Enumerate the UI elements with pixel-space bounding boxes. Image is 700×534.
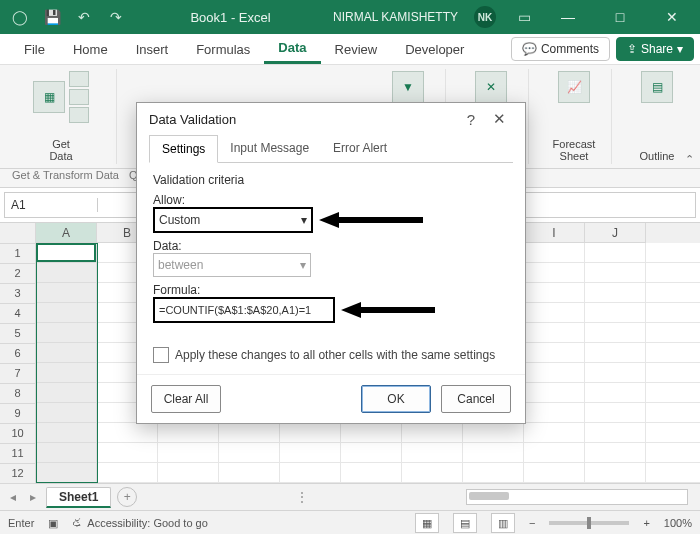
forecast-label: Forecast Sheet [553, 138, 596, 162]
new-sheet-button[interactable]: + [117, 487, 137, 507]
dialog-titlebar: Data Validation ? ✕ [137, 103, 525, 135]
dialog-close-button[interactable]: ✕ [485, 107, 513, 131]
svg-marker-1 [341, 302, 435, 318]
row-header[interactable]: 11 [0, 444, 36, 464]
annotation-arrow-icon [341, 300, 441, 320]
row-header[interactable]: 8 [0, 384, 36, 404]
formula-input[interactable]: =COUNTIF($A$1:$A$20,A1)=1 [153, 297, 335, 323]
redo-icon[interactable]: ↷ [104, 5, 128, 29]
outline-icon[interactable]: ▤ [641, 71, 673, 103]
row-header[interactable]: 5 [0, 324, 36, 344]
checkbox-icon [153, 347, 169, 363]
dialog-tab-input-message[interactable]: Input Message [218, 135, 321, 162]
cancel-button[interactable]: Cancel [441, 385, 511, 413]
formula-label: Formula: [153, 283, 509, 297]
share-button[interactable]: ⇪ Share ▾ [616, 37, 694, 61]
zoom-minus[interactable]: − [529, 517, 535, 529]
comment-icon: 💬 [522, 42, 537, 56]
maximize-button[interactable]: □ [600, 4, 640, 30]
chevron-down-icon: ▾ [300, 258, 306, 272]
minimize-button[interactable]: — [548, 4, 588, 30]
col-header[interactable]: I [524, 223, 585, 243]
row-header[interactable]: 2 [0, 264, 36, 284]
row-headers: 1 2 3 4 5 6 7 8 9 10 11 12 [0, 223, 36, 483]
forecast-icon[interactable]: 📈 [558, 71, 590, 103]
titlebar: ◯ 💾 ↶ ↷ Book1 - Excel NIRMAL KAMISHETTY … [0, 0, 700, 34]
row-header[interactable]: 4 [0, 304, 36, 324]
dialog-help-button[interactable]: ? [457, 107, 485, 131]
macro-record-icon[interactable]: ▣ [48, 517, 58, 530]
collapse-ribbon-icon[interactable]: ⌃ [685, 153, 694, 166]
dialog-tab-settings[interactable]: Settings [149, 135, 218, 163]
tab-formulas[interactable]: Formulas [182, 36, 264, 63]
tab-home[interactable]: Home [59, 36, 122, 63]
save-icon[interactable]: 💾 [40, 5, 64, 29]
validation-criteria-label: Validation criteria [153, 173, 509, 187]
allow-label: Allow: [153, 193, 509, 207]
ribbon-tabs: File Home Insert Formulas Data Review De… [0, 34, 700, 65]
zoom-slider[interactable] [549, 521, 629, 525]
col-header[interactable]: J [585, 223, 646, 243]
active-cell[interactable] [36, 243, 96, 262]
from-table-icon[interactable] [69, 107, 89, 123]
view-normal-icon[interactable]: ▦ [415, 513, 439, 533]
row-header[interactable]: 9 [0, 404, 36, 424]
ok-button[interactable]: OK [361, 385, 431, 413]
row-header[interactable]: 10 [0, 424, 36, 444]
row-header[interactable]: 7 [0, 364, 36, 384]
selected-column-highlight [36, 243, 98, 483]
row-header[interactable]: 6 [0, 344, 36, 364]
clear-all-label: Clear All [164, 392, 209, 406]
row-header[interactable]: 1 [0, 244, 36, 264]
close-button[interactable]: ✕ [652, 4, 692, 30]
allow-combo[interactable]: Custom ▾ [153, 207, 313, 233]
view-pagebreak-icon[interactable]: ▥ [491, 513, 515, 533]
dialog-body: Validation criteria Allow: Custom ▾ Data… [137, 163, 525, 374]
view-pagelayout-icon[interactable]: ▤ [453, 513, 477, 533]
ok-label: OK [387, 392, 404, 406]
tab-developer[interactable]: Developer [391, 36, 478, 63]
row-header[interactable]: 3 [0, 284, 36, 304]
name-box[interactable]: A1 [5, 198, 98, 212]
autosave-toggle[interactable]: ◯ [8, 5, 32, 29]
apply-all-checkbox[interactable]: Apply these changes to all other cells w… [153, 347, 509, 363]
from-web-icon[interactable] [69, 89, 89, 105]
data-combo: between ▾ [153, 253, 311, 277]
tab-data[interactable]: Data [264, 34, 320, 64]
data-validation-icon[interactable]: ✕ [475, 71, 507, 103]
accessibility-label: Accessibility: Good to go [87, 517, 207, 529]
sheet-nav-next[interactable]: ▸ [26, 490, 40, 504]
tab-insert[interactable]: Insert [122, 36, 183, 63]
horizontal-scrollbar[interactable] [466, 489, 688, 505]
select-all-corner[interactable] [0, 223, 36, 244]
cancel-label: Cancel [457, 392, 494, 406]
tab-review[interactable]: Review [321, 36, 392, 63]
accessibility-status[interactable]: ఢ Accessibility: Good to go [72, 517, 208, 529]
row-header[interactable]: 12 [0, 464, 36, 484]
dialog-tabs: Settings Input Message Error Alert [149, 135, 513, 163]
clear-all-button[interactable]: Clear All [151, 385, 221, 413]
from-text-icon[interactable] [69, 71, 89, 87]
zoom-level[interactable]: 100% [664, 517, 692, 529]
data-value: between [158, 258, 203, 272]
dialog-title: Data Validation [149, 112, 236, 127]
avatar[interactable]: NK [474, 6, 496, 28]
get-data-icon[interactable]: ▦ [33, 81, 65, 113]
comments-button[interactable]: 💬 Comments [511, 37, 610, 61]
col-header[interactable]: A [36, 223, 97, 243]
annotation-arrow-icon [319, 210, 429, 230]
filter-icon[interactable]: ▼ [392, 71, 424, 103]
user-name: NIRMAL KAMISHETTY [333, 10, 458, 24]
sheet-nav-prev[interactable]: ◂ [6, 490, 20, 504]
ribbon-options-icon[interactable]: ▭ [512, 5, 536, 29]
document-title: Book1 - Excel [140, 10, 321, 25]
zoom-plus[interactable]: + [643, 517, 649, 529]
dialog-tab-error-alert[interactable]: Error Alert [321, 135, 399, 162]
tab-file[interactable]: File [10, 36, 59, 63]
chevron-down-icon: ▾ [301, 213, 307, 227]
dialog-footer: Clear All OK Cancel [137, 374, 525, 423]
undo-icon[interactable]: ↶ [72, 5, 96, 29]
sheet-tab[interactable]: Sheet1 [46, 487, 111, 508]
comments-label: Comments [541, 42, 599, 56]
scroll-separator: ⋮ [292, 490, 312, 504]
